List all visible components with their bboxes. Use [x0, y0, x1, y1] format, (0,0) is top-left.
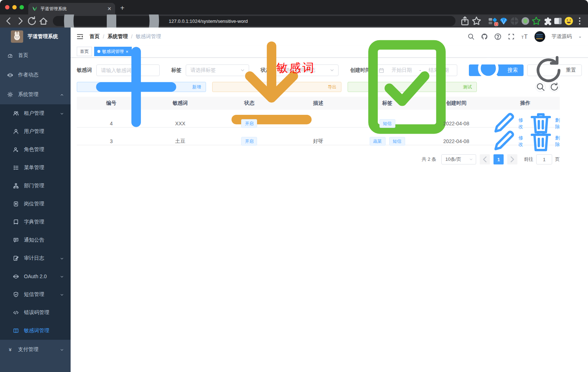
- sidebar-logo[interactable]: 芋道管理系统: [0, 28, 71, 46]
- cell-status: 开启: [215, 137, 284, 146]
- extension-green-dot-icon[interactable]: [521, 16, 530, 26]
- cell-status: 开启: [215, 119, 284, 128]
- sidebar-item-pay[interactable]: ¥支付管理: [0, 340, 71, 359]
- browser-tab-strip: 芋道管理系统 ✕ +: [0, 0, 588, 14]
- reload-icon[interactable]: [27, 16, 37, 26]
- sidebar-item-label: 用户管理: [24, 128, 71, 135]
- tab-close-icon[interactable]: ✕: [107, 6, 112, 12]
- back-icon[interactable]: [4, 16, 14, 26]
- extension-dark-circle-icon[interactable]: [510, 16, 519, 26]
- user-avatar[interactable]: [534, 31, 545, 42]
- address-bar[interactable]: 127.0.0.1:1024/system/sensitive-word: [53, 16, 455, 26]
- sidebar-item-dept[interactable]: 部门管理: [0, 177, 71, 195]
- sidebar-item-tenant[interactable]: 租户管理: [0, 104, 71, 122]
- column-header: 描述: [284, 100, 353, 106]
- profile-emoji-icon[interactable]: [564, 16, 574, 26]
- sidebar-item-notice[interactable]: 通知公告: [0, 231, 71, 249]
- edit-link-label: 修改: [518, 135, 523, 148]
- user-caret-down-icon[interactable]: [578, 34, 582, 39]
- tag-badge: 短信: [379, 119, 395, 128]
- chevron-down-icon: [329, 68, 335, 73]
- chrome-menu-kebab-icon[interactable]: [575, 16, 584, 26]
- sidebar-item-user[interactable]: 用户管理: [0, 122, 71, 141]
- reset-button[interactable]: 重置: [527, 64, 582, 76]
- extension-grid-diamond-icon[interactable]: 9: [488, 16, 497, 26]
- goto-label: 前往: [524, 156, 533, 163]
- search-icon: [475, 55, 506, 86]
- page-1-button[interactable]: 1: [494, 154, 504, 164]
- tag-select-placeholder: 请选择标签: [190, 67, 216, 74]
- browser-tab[interactable]: 芋道管理系统 ✕: [28, 3, 115, 14]
- page-size-select[interactable]: 10条/页: [441, 154, 476, 164]
- forward-icon[interactable]: [15, 16, 25, 26]
- sidebar-submenu: 租户管理用户管理角色管理菜单管理部门管理岗位管理字典管理通知公告审计日志OAut…: [0, 104, 71, 340]
- maximize-window-button[interactable]: [20, 5, 24, 9]
- refresh-table-icon[interactable]: [549, 82, 559, 92]
- sidebar-item-home[interactable]: 首页: [0, 46, 71, 65]
- delete-link[interactable]: 删除: [528, 128, 560, 155]
- extension-paraglider-icon[interactable]: [499, 16, 508, 26]
- sidebar-item-audit[interactable]: 审计日志: [0, 249, 71, 267]
- prev-page-button[interactable]: [480, 154, 490, 164]
- cell-word: 土豆: [146, 138, 215, 145]
- export-button[interactable]: 导出: [212, 82, 341, 92]
- extension-green-star-icon[interactable]: [532, 16, 541, 26]
- edit-link[interactable]: 修改: [491, 128, 523, 155]
- sidebar-item-errcode[interactable]: 错误码管理: [0, 304, 71, 322]
- search-button-label: 搜索: [508, 67, 518, 74]
- app-title: 芋道管理系统: [28, 33, 58, 40]
- close-window-button[interactable]: [5, 5, 9, 9]
- add-button[interactable]: 新增: [77, 82, 206, 92]
- home-icon[interactable]: [38, 16, 49, 26]
- chevron-down-icon: [60, 111, 64, 116]
- sidebar-item-author[interactable]: 作者动态: [0, 65, 71, 85]
- cell-operations: 修改删除: [491, 128, 560, 155]
- username-text: 芋道源码: [551, 33, 572, 40]
- dashboard-icon: [7, 53, 13, 58]
- extension-badge: 9: [494, 22, 498, 26]
- sidebar-item-post[interactable]: 岗位管理: [0, 195, 71, 213]
- pagination-total: 共 2 条: [422, 156, 436, 163]
- goto-page-input[interactable]: [536, 154, 552, 164]
- bookmark-star-icon[interactable]: [471, 16, 482, 26]
- font-size-icon[interactable]: TT: [521, 33, 528, 40]
- fullscreen-icon[interactable]: [508, 33, 515, 40]
- column-header: 操作: [491, 100, 560, 106]
- sidebar-item-label: 错误码管理: [24, 309, 71, 316]
- user-icon: [13, 129, 19, 134]
- new-tab-button[interactable]: +: [120, 3, 125, 13]
- sidebar-item-label: 通知公告: [24, 237, 71, 243]
- sidebar-item-label: 首页: [18, 52, 71, 59]
- side-panel-icon[interactable]: [553, 16, 563, 26]
- toggle-search-icon[interactable]: [536, 82, 546, 92]
- sidebar-item-menu[interactable]: 菜单管理: [0, 159, 71, 177]
- column-header: 标签: [353, 100, 422, 106]
- sidebar: 芋道管理系统 首页作者动态系统管理租户管理用户管理角色管理菜单管理部门管理岗位管…: [0, 28, 71, 372]
- header-search-icon[interactable]: [467, 33, 475, 40]
- cell-id: 4: [77, 121, 146, 126]
- help-icon[interactable]: [494, 33, 501, 40]
- gear-icon: [7, 92, 13, 97]
- sidebar-item-oauth[interactable]: OAuth 2.0: [0, 267, 71, 285]
- audit-log-icon: [13, 255, 19, 261]
- sidebar-item-system[interactable]: 系统管理: [0, 85, 71, 104]
- test-button[interactable]: 测试: [348, 82, 477, 92]
- chevron-up-icon: [60, 92, 64, 97]
- sidebar-item-sms[interactable]: 短信管理: [0, 285, 71, 304]
- github-icon[interactable]: [481, 33, 488, 40]
- column-header: 创建时间: [422, 100, 491, 106]
- search-button[interactable]: 搜索: [469, 64, 524, 76]
- cell-tags: 蔬菜短信: [353, 137, 422, 146]
- extensions-puzzle-icon[interactable]: [542, 16, 552, 26]
- sidebar-item-dict[interactable]: 字典管理: [0, 213, 71, 231]
- dict-book-icon: [13, 219, 19, 225]
- cell-tags: 短信: [353, 119, 422, 128]
- test-button-label: 测试: [463, 84, 472, 90]
- sidebar-item-role[interactable]: 角色管理: [0, 141, 71, 159]
- minimize-window-button[interactable]: [12, 5, 17, 9]
- sidebar-item-sensitive-word[interactable]: 敏感词管理: [0, 322, 71, 340]
- next-page-button[interactable]: [507, 154, 517, 164]
- tag-badge: 短信: [389, 137, 405, 146]
- chevron-down-icon: [60, 256, 64, 260]
- share-icon[interactable]: [460, 16, 470, 26]
